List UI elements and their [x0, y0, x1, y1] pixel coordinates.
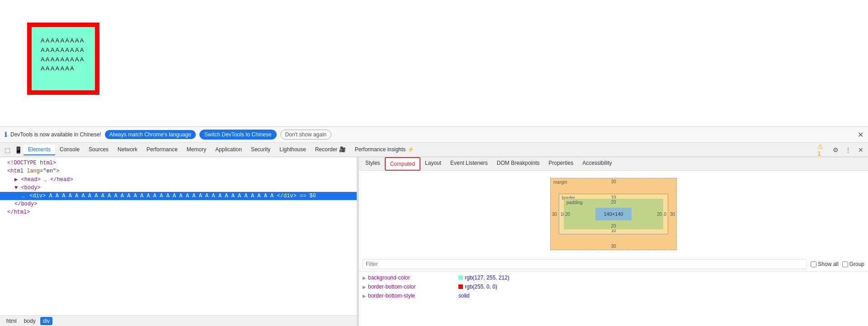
infobar-close-icon[interactable]: ✕	[858, 130, 863, 139]
devtools-panel: ℹ DevTools is now available in Chinese! …	[0, 126, 868, 326]
crumb-div[interactable]: div	[40, 317, 52, 325]
box-padding: padding 20 20 20 20 140×140	[564, 199, 663, 229]
prop-row-border-bottom-color[interactable]: ▶ border-bottom-color rgb(255, 0, 0)	[359, 282, 868, 291]
close-devtools-icon[interactable]: ✕	[855, 144, 866, 155]
demo-text: A A A A A A A A AA A A A A A A A AA A A …	[41, 37, 84, 72]
tab-event-listeners[interactable]: Event Listeners	[446, 157, 492, 170]
main-page: A A A A A A A A AA A A A A A A A AA A A …	[0, 0, 868, 126]
device-icon[interactable]: 📱	[13, 144, 24, 155]
filter-input[interactable]	[363, 259, 807, 269]
tab-application[interactable]: Application	[211, 144, 246, 155]
margin-label: margin	[553, 180, 567, 185]
padding-top[interactable]: 20	[611, 200, 616, 205]
infobar-message: DevTools is now available in Chinese!	[10, 131, 101, 138]
btn-match-language[interactable]: Always match Chrome's language	[105, 130, 196, 139]
settings-icon[interactable]: ⚙	[830, 144, 841, 155]
toolbar-right: ⚠ 1 ⚙ ⋮ ✕	[817, 144, 866, 155]
prop-name-bbc: border-bottom-color	[368, 284, 458, 290]
elements-panel: <!DOCTYPE html> <html lang="en"> ▶ <head…	[0, 157, 357, 326]
prop-expand-bg[interactable]: ▶	[363, 275, 368, 280]
dom-line-html-close[interactable]: </html>	[0, 208, 357, 216]
group-text: Group	[849, 261, 864, 267]
dom-line-body[interactable]: ▼ <body>	[0, 184, 357, 192]
prop-name-bg: background-color	[368, 275, 458, 281]
tab-properties[interactable]: Properties	[544, 157, 578, 170]
show-all-checkbox[interactable]	[811, 261, 816, 267]
tab-performance-insights[interactable]: Performance insights ⚡	[350, 144, 419, 155]
tab-sources[interactable]: Sources	[84, 144, 113, 155]
tab-dom-breakpoints[interactable]: DOM Breakpoints	[492, 157, 544, 170]
devtools-content: <!DOCTYPE html> <html lang="en"> ▶ <head…	[0, 157, 868, 326]
styles-tabs: Styles Computed Layout Event Listeners D…	[359, 157, 868, 171]
tab-computed[interactable]: Computed	[385, 157, 420, 171]
tab-recorder[interactable]: Recorder 🎥	[311, 144, 350, 155]
padding-right[interactable]: 20	[657, 212, 662, 217]
show-all-label[interactable]: Show all	[811, 261, 838, 267]
prop-row-border-bottom-style[interactable]: ▶ border-bottom-style solid	[359, 291, 868, 300]
padding-bottom[interactable]: 20	[611, 224, 616, 228]
styles-panel: Styles Computed Layout Event Listeners D…	[359, 157, 868, 326]
crumb-html[interactable]: html	[4, 317, 19, 325]
info-icon: ℹ	[5, 131, 7, 138]
tab-security[interactable]: Security	[246, 144, 275, 155]
box-margin: margin 30 30 30 30 border 10 10 10 10	[550, 178, 677, 250]
prop-value-bbc: rgb(255, 0, 0)	[465, 284, 864, 290]
margin-bottom[interactable]: 30	[611, 244, 616, 249]
tab-network[interactable]: Network	[113, 144, 142, 155]
tab-memory[interactable]: Memory	[182, 144, 211, 155]
tab-styles[interactable]: Styles	[361, 157, 385, 170]
prop-name-bbs: border-bottom-style	[368, 293, 458, 299]
tab-lighthouse[interactable]: Lighthouse	[275, 144, 311, 155]
tab-elements[interactable]: Elements	[24, 144, 55, 155]
dom-line-body-close[interactable]: </body>	[0, 200, 357, 208]
dom-line-doctype[interactable]: <!DOCTYPE html>	[0, 159, 357, 167]
filter-bar: Show all Group	[359, 257, 868, 271]
btn-dont-show[interactable]: Don't show again	[280, 130, 332, 140]
prop-value-bg: rgb(127, 255, 212)	[465, 275, 864, 281]
btn-switch-language[interactable]: Switch DevTools to Chinese	[199, 130, 277, 140]
computed-props: ▶ background-color rgb(127, 255, 212) ▶ …	[359, 271, 868, 326]
more-icon[interactable]: ⋮	[843, 144, 854, 155]
margin-top[interactable]: 30	[611, 179, 616, 184]
dom-line-head[interactable]: ▶ <head> … </head>	[0, 175, 357, 184]
prop-row-background-color[interactable]: ▶ background-color rgb(127, 255, 212)	[359, 273, 868, 282]
crumb-body[interactable]: body	[21, 317, 38, 325]
devtools-toolbar: ⬚ 📱 Elements Console Sources Network Per…	[0, 143, 868, 157]
tab-layout[interactable]: Layout	[420, 157, 446, 170]
dom-line-html[interactable]: <html lang="en">	[0, 167, 357, 175]
breadcrumb: html body div	[0, 315, 357, 326]
box-border: border 10 10 10 10 padding 20 20 20 20	[559, 194, 668, 234]
demo-div: A A A A A A A A AA A A A A A A A AA A A …	[27, 23, 99, 95]
padding-left[interactable]: 20	[565, 212, 570, 217]
prop-swatch-bg[interactable]	[458, 275, 463, 280]
margin-right[interactable]: 30	[670, 212, 675, 217]
show-all-text: Show all	[818, 261, 838, 267]
group-checkbox[interactable]	[842, 261, 848, 267]
dom-tree: <!DOCTYPE html> <html lang="en"> ▶ <head…	[0, 157, 357, 315]
group-label[interactable]: Group	[842, 261, 864, 267]
prop-value-bbs: solid	[458, 293, 864, 299]
box-model: margin 30 30 30 30 border 10 10 10 10	[359, 171, 868, 257]
prop-expand-bbc[interactable]: ▶	[363, 284, 368, 289]
dom-line-div[interactable]: … <div> A A A A A A A A A A A A A A A A …	[0, 192, 357, 200]
padding-label: padding	[566, 200, 583, 205]
tab-performance[interactable]: Performance	[142, 144, 182, 155]
tab-accessibility[interactable]: Accessibility	[578, 157, 616, 170]
info-bar: ℹ DevTools is now available in Chinese! …	[0, 127, 868, 143]
box-content[interactable]: 140×140	[595, 208, 632, 220]
prop-swatch-bbc[interactable]	[458, 284, 463, 289]
content-dimensions: 140×140	[604, 211, 623, 217]
warning-icon[interactable]: ⚠ 1	[817, 144, 828, 155]
margin-left[interactable]: 30	[552, 212, 557, 217]
inspect-icon[interactable]: ⬚	[2, 144, 13, 155]
tab-console[interactable]: Console	[55, 144, 84, 155]
prop-expand-bbs[interactable]: ▶	[363, 293, 368, 298]
